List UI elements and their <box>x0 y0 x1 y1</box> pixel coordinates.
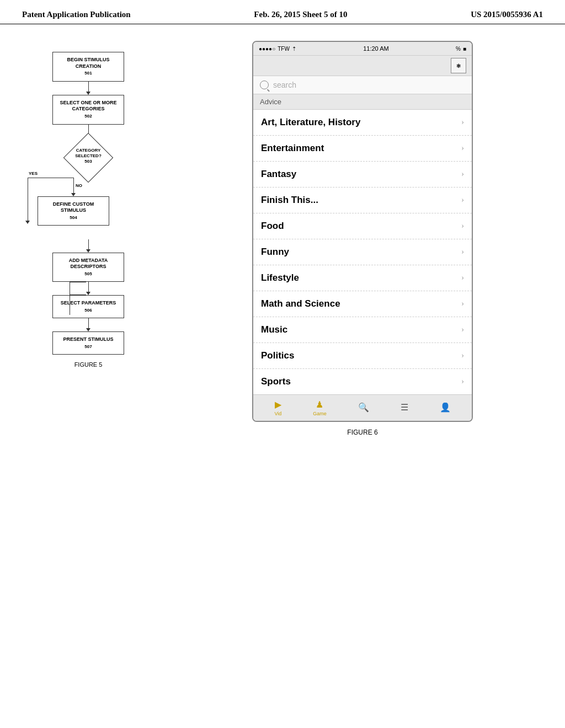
category-item[interactable]: Fantasy › <box>253 162 472 188</box>
category-list: Art, Literature, History › Entertainment… <box>253 110 472 394</box>
tab-search[interactable]: 🔍 <box>358 402 369 414</box>
flow-box-505: ADD METADATADESCRIPTORS505 <box>52 253 124 282</box>
chevron-right-icon: › <box>461 196 464 205</box>
branch-area: NO YES DEFINE CUSTOMSTIMULUS504 <box>11 178 138 238</box>
arrow-505-506 <box>86 282 90 295</box>
figure5-section: BEGIN STIMULUSCREATION501 SELECT ONE OR … <box>22 46 154 436</box>
phone-bottom-bar: ▶ Vid ♟ Game 🔍 ☰ 👤 <box>253 394 472 421</box>
category-name: Music <box>261 324 287 335</box>
chevron-right-icon: › <box>461 248 464 256</box>
content-area: BEGIN STIMULUSCREATION501 SELECT ONE OR … <box>0 24 565 453</box>
category-name: Food <box>261 221 284 232</box>
advice-label: Advice <box>253 94 472 110</box>
arrow-501-502 <box>86 82 90 95</box>
category-name: Math and Science <box>261 298 340 309</box>
category-item[interactable]: Music › <box>253 317 472 343</box>
app-icon[interactable]: ❃ <box>451 58 466 73</box>
header-center: Feb. 26, 2015 Sheet 5 of 10 <box>254 10 347 19</box>
chevron-right-icon: › <box>461 325 464 334</box>
flowchart: BEGIN STIMULUSCREATION501 SELECT ONE OR … <box>22 52 154 355</box>
category-item[interactable]: Funny › <box>253 239 472 265</box>
chevron-right-icon: › <box>461 170 464 179</box>
app-icon-symbol: ❃ <box>456 63 461 69</box>
chevron-right-icon: › <box>461 299 464 308</box>
wifi-icon: ⇡ <box>292 46 296 52</box>
phone-icon-row: ❃ <box>253 56 472 76</box>
figure5-caption: FIGURE 5 <box>22 361 154 368</box>
search-tab-icon: 🔍 <box>358 402 369 413</box>
header-right: US 2015/0055936 A1 <box>471 10 543 19</box>
category-item[interactable]: Finish This... › <box>253 188 472 213</box>
category-name: Funny <box>261 247 289 258</box>
battery-icon: ■ <box>463 46 466 52</box>
search-placeholder: search <box>273 81 296 89</box>
category-item[interactable]: Lifestyle › <box>253 265 472 291</box>
category-item[interactable]: Food › <box>253 213 472 239</box>
status-left: ●●●●○ TFW ⇡ <box>259 46 296 52</box>
status-right: % ■ <box>456 46 466 52</box>
chevron-right-icon: › <box>461 274 464 282</box>
search-bar[interactable]: search <box>253 76 472 94</box>
time-display: 11:20 AM <box>363 45 388 52</box>
figure6-section: ●●●●○ TFW ⇡ 11:20 AM % ■ ❃ search <box>177 41 548 436</box>
category-name: Lifestyle <box>261 272 299 283</box>
tab-list[interactable]: ☰ <box>401 402 408 414</box>
profile-icon: 👤 <box>440 402 451 413</box>
flow-box-504: DEFINE CUSTOMSTIMULUS504 <box>38 196 109 226</box>
chevron-right-icon: › <box>461 377 464 386</box>
carrier: TFW <box>278 46 290 52</box>
battery-percent: % <box>456 46 461 52</box>
category-name: Entertainment <box>261 143 324 154</box>
arrow-506-507 <box>86 318 90 331</box>
category-name: Fantasy <box>261 169 296 180</box>
page-header: Patent Application Publication Feb. 26, … <box>0 0 565 24</box>
search-icon <box>260 81 269 89</box>
list-icon: ☰ <box>401 402 408 413</box>
figure6-caption: FIGURE 6 <box>347 429 377 436</box>
category-item[interactable]: Politics › <box>253 343 472 369</box>
flow-box-506: SELECT PARAMETERS506 <box>52 295 124 318</box>
category-item[interactable]: Entertainment › <box>253 136 472 162</box>
signal-dots: ●●●●○ <box>259 46 275 52</box>
phone-status-bar: ●●●●○ TFW ⇡ 11:20 AM % ■ <box>253 42 472 56</box>
tab-profile[interactable]: 👤 <box>440 402 451 414</box>
tab-vid-label: Vid <box>274 411 281 416</box>
category-item[interactable]: Math and Science › <box>253 291 472 317</box>
tab-vid[interactable]: ▶ Vid <box>274 399 281 416</box>
category-name: Sports <box>261 376 291 387</box>
header-left: Patent Application Publication <box>22 10 131 19</box>
phone-mockup: ●●●●○ TFW ⇡ 11:20 AM % ■ ❃ search <box>252 41 473 422</box>
category-item[interactable]: Art, Literature, History › <box>253 110 472 136</box>
flow-box-501: BEGIN STIMULUSCREATION501 <box>52 52 124 82</box>
vid-icon: ▶ <box>275 399 281 410</box>
chevron-right-icon: › <box>461 144 464 153</box>
category-item[interactable]: Sports › <box>253 369 472 394</box>
category-name: Politics <box>261 350 294 361</box>
chevron-right-icon: › <box>461 118 464 127</box>
flow-box-507: PRESENT STIMULUS507 <box>52 331 124 355</box>
chevron-right-icon: › <box>461 222 464 231</box>
category-name: Art, Literature, History <box>261 117 360 128</box>
tab-game-label: Game <box>313 411 327 416</box>
flow-diamond-503: CATEGORYSELECTED?503 <box>52 138 124 178</box>
game-icon: ♟ <box>316 399 323 410</box>
arrow-504-505 <box>86 239 90 253</box>
tab-game[interactable]: ♟ Game <box>313 399 327 416</box>
chevron-right-icon: › <box>461 351 464 360</box>
category-name: Finish This... <box>261 195 318 206</box>
flow-box-502: SELECT ONE OR MORECATEGORIES502 <box>52 95 124 125</box>
